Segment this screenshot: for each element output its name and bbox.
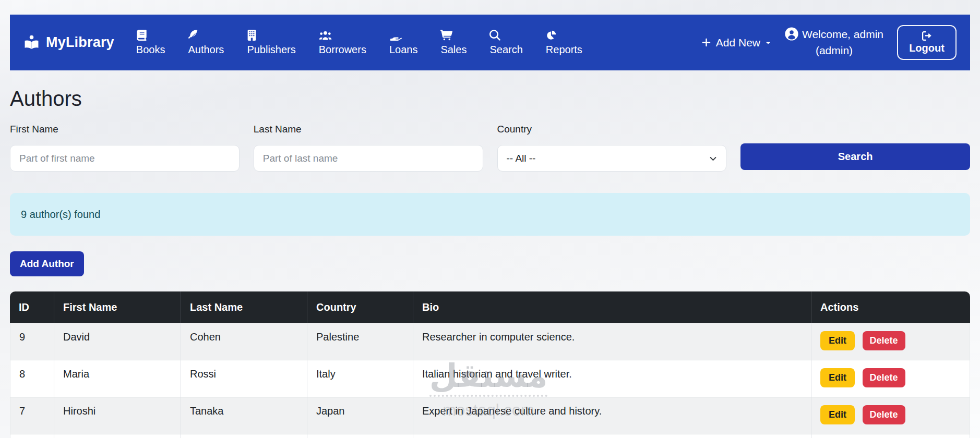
country-label: Country [497,124,727,135]
logout-button[interactable]: Logout [897,25,957,60]
chevron-down-icon [709,154,718,163]
caret-down-icon [765,40,771,46]
header-actions: Actions [811,291,970,323]
header-bio: Bio [413,291,811,323]
nav-menu: Books Authors Publishers Borrowers [136,30,582,56]
navbar: MyLibrary Books Authors Publishers [10,15,970,70]
add-author-button[interactable]: Add Author [10,251,84,276]
nav-item-label: Publishers [247,44,295,56]
results-alert-text: 9 author(s) found [21,209,100,221]
cell-actions: Edit Delete [811,397,970,434]
filter-last-name: Last Name [254,124,483,172]
authors-table: ID First Name Last Name Country Bio Acti… [10,291,970,438]
plus-icon [701,38,711,47]
brand-label: MyLibrary [46,34,114,51]
cell-first-name: David [54,323,181,360]
edit-button[interactable]: Edit [820,331,855,350]
nav-item-search[interactable]: Search [489,30,522,56]
country-select[interactable]: -- All -- [497,145,727,172]
book-open-reader-icon [23,34,40,51]
header-id: ID [10,291,54,323]
nav-item-books[interactable]: Books [136,30,165,56]
welcome-text: Welcome, admin (admin) [802,28,883,56]
cell-actions: Edit Delete [811,360,970,397]
edit-button[interactable]: Edit [820,368,855,387]
nav-item-publishers[interactable]: Publishers [247,30,295,56]
nav-item-label: Reports [546,44,582,56]
cell-first-name: Hiroshi [54,397,181,434]
building-icon [247,30,257,41]
nav-item-label: Sales [440,44,467,56]
header-first-name: First Name [54,291,181,323]
filter-country: Country -- All -- [497,124,727,172]
first-name-input[interactable] [10,145,240,172]
filter-first-name: First Name [10,124,240,172]
cell-bio: Researcher in computer science. [413,323,811,360]
table-row-partial [10,434,970,438]
results-alert: 9 author(s) found [10,193,970,236]
table-body: 9 David Cohen Palestine Researcher in co… [10,323,970,438]
table-row: 9 David Cohen Palestine Researcher in co… [10,323,970,360]
cell-last-name: Rossi [181,360,307,397]
welcome-user: Welcome, admin (admin) [781,27,888,58]
nav-item-label: Borrowers [319,44,366,56]
feather-icon [188,30,199,41]
country-selected-value: -- All -- [507,153,536,164]
edit-button[interactable]: Edit [820,405,855,424]
nav-item-label: Loans [389,44,418,56]
delete-button[interactable]: Delete [863,405,905,424]
cell-bio: Italian historian and travel writer. [413,360,811,397]
delete-button[interactable]: Delete [863,331,905,350]
page-container: MyLibrary Books Authors Publishers [0,15,980,438]
delete-button[interactable]: Delete [863,368,905,387]
users-icon [319,30,332,41]
last-name-label: Last Name [254,124,483,135]
cell-country: Japan [307,397,413,434]
label-spacer [740,124,970,143]
cell-bio: Expert in Japanese culture and history. [413,397,811,434]
nav-item-reports[interactable]: Reports [546,30,582,56]
nav-item-label: Books [136,44,165,56]
nav-item-label: Authors [188,44,224,56]
brand[interactable]: MyLibrary [23,34,114,51]
hand-holding-icon [389,30,402,41]
cell-country: Italy [307,360,413,397]
pie-chart-icon [546,30,557,41]
search-icon [489,30,500,41]
user-circle-icon [785,27,798,41]
header-country: Country [307,291,413,323]
nav-item-label: Search [489,44,522,56]
logout-icon [922,31,932,41]
nav-item-borrowers[interactable]: Borrowers [319,30,366,56]
cart-icon [440,30,452,41]
table-header: ID First Name Last Name Country Bio Acti… [10,291,970,323]
add-new-label: Add New [716,36,760,49]
filter-actions: Search [740,124,970,172]
header-last-name: Last Name [181,291,307,323]
cell-first-name: Maria [54,360,181,397]
first-name-label: First Name [10,124,240,135]
cell-id: 8 [10,360,54,397]
logout-label: Logout [909,42,945,54]
table-row: 7 Hiroshi Tanaka Japan Expert in Japanes… [10,397,970,434]
nav-item-sales[interactable]: Sales [440,30,467,56]
cell-country: Palestine [307,323,413,360]
cell-id: 7 [10,397,54,434]
navbar-right: Add New Welcome, admin (admin) Logout [701,25,957,60]
page-title: Authors [10,87,970,111]
cell-id: 9 [10,323,54,360]
table-row: 8 Maria Rossi Italy Italian historian an… [10,360,970,397]
nav-item-authors[interactable]: Authors [188,30,224,56]
nav-item-loans[interactable]: Loans [389,30,418,56]
cell-actions: Edit Delete [811,323,970,360]
filters-bar: First Name Last Name Country -- All -- S… [10,124,970,172]
book-icon [136,30,147,41]
search-button[interactable]: Search [740,143,970,170]
last-name-input[interactable] [254,145,483,172]
add-new-dropdown[interactable]: Add New [701,36,771,49]
cell-last-name: Cohen [181,323,307,360]
cell-last-name: Tanaka [181,397,307,434]
